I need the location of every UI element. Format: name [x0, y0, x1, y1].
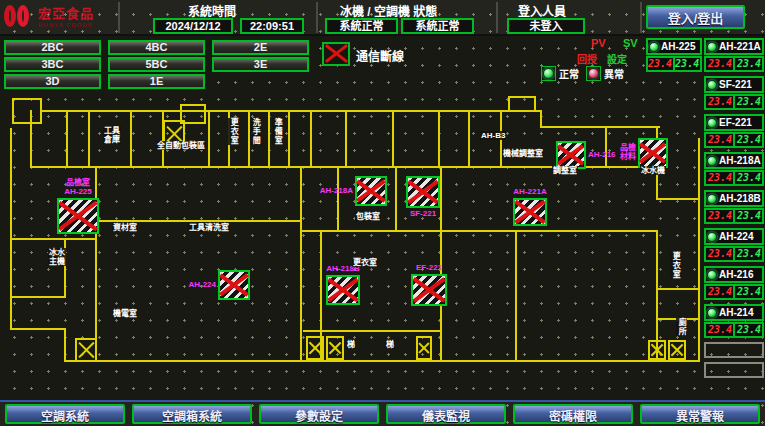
equipment-ah-224[interactable]: AH-224 — [704, 228, 764, 245]
normal-legend: 正常 — [541, 66, 579, 81]
plan-unit-ah-218a[interactable] — [355, 176, 387, 206]
room-label: 梯 — [385, 340, 395, 349]
equipment-name: AH-225 — [661, 41, 695, 52]
equipment-ah-221a[interactable]: AH-221A — [704, 38, 764, 55]
equipment-values-ah-216: 23.423.4 — [704, 284, 764, 300]
plan-wall — [300, 166, 302, 362]
room-label: 機電室 — [112, 309, 138, 318]
plan-unit-unit-material[interactable] — [638, 138, 668, 168]
sv-header-label: SV — [623, 37, 638, 49]
equipment-ef-221[interactable]: EF-221 — [704, 114, 764, 131]
plan-wall — [468, 112, 470, 166]
header-divider — [640, 2, 642, 33]
room-label: 梯 — [346, 340, 356, 349]
equipment-values-ah-221a: 23.423.4 — [704, 56, 764, 72]
sv-value: 23.4 — [734, 284, 764, 300]
plan-unit-ah-224[interactable] — [218, 270, 250, 300]
floor-button-4bc[interactable]: 4BC — [108, 40, 205, 55]
status-lamp-icon — [707, 232, 717, 242]
sv-value: 23.4 — [674, 56, 702, 72]
comm-loss-label: 通信斷線 — [356, 47, 404, 64]
sv-sub-label: 設定 — [607, 51, 627, 66]
stair-elevator-icon — [75, 338, 97, 362]
equipment-name: SF-221 — [719, 79, 752, 90]
room-label: 資材室 — [112, 223, 138, 232]
room-label: 調整室 — [552, 166, 578, 175]
abnormal-legend: 異常 — [586, 66, 624, 81]
equipment-values-ah-225: 23.423.4 — [646, 56, 702, 72]
status-lamp-icon — [707, 194, 717, 204]
floor-button-3e[interactable]: 3E — [212, 57, 309, 72]
equipment-sf-221[interactable]: SF-221 — [704, 76, 764, 93]
nav-button-1[interactable]: 空調系統 — [5, 404, 125, 424]
equipment-ah-218a[interactable]: AH-218A — [704, 152, 764, 169]
pv-value: 23.4 — [704, 132, 734, 148]
floor-button-2bc[interactable]: 2BC — [4, 40, 101, 55]
stair-elevator-icon — [306, 336, 324, 360]
nav-button-2[interactable]: 空調箱系統 — [132, 404, 252, 424]
pv-value: 23.4 — [704, 284, 734, 300]
equipment-ah-214[interactable]: AH-214 — [704, 304, 764, 321]
nav-button-4[interactable]: 儀表監視 — [386, 404, 506, 424]
stair-elevator-icon — [648, 340, 666, 360]
login-logout-button[interactable]: 登入/登出 — [646, 5, 745, 29]
brand-logo: 宏亞食品 HUNYA FOODS — [4, 3, 94, 31]
plan-unit-ah-221a[interactable] — [513, 198, 547, 226]
hmi-screen: 品檢室 AH-225AH-224AH-218ASF-221AH-218BEF-2… — [0, 0, 765, 426]
plan-unit-label: 品檢 材料 — [594, 143, 636, 161]
stair-elevator-icon — [668, 340, 686, 360]
floor-button-3d[interactable]: 3D — [4, 74, 101, 89]
plan-unit-label: SF-221 — [396, 209, 450, 218]
room-label: 全自動包裝區 — [156, 141, 206, 150]
equipment-values-ah-224: 23.423.4 — [704, 246, 764, 262]
sv-value: 23.4 — [734, 132, 764, 148]
comm-loss-icon — [322, 42, 350, 66]
plan-unit-label: 品檢室 AH-225 — [47, 178, 109, 196]
plan-unit-ah-225[interactable] — [57, 198, 99, 234]
equipment-ah-218b[interactable]: AH-218B — [704, 190, 764, 207]
room-label: AH-B3 — [480, 131, 506, 140]
equipment-ah-216[interactable]: AH-216 — [704, 266, 764, 283]
plan-wall — [10, 238, 96, 240]
pv-value: 23.4 — [704, 94, 734, 110]
plan-wall — [10, 296, 66, 298]
plan-wall — [95, 220, 302, 222]
equipment-ah-225[interactable]: AH-225 — [646, 38, 702, 55]
floor-button-1e[interactable]: 1E — [108, 74, 205, 89]
floor-button-3bc[interactable]: 3BC — [4, 57, 101, 72]
plan-unit-label: EF-221 — [401, 263, 457, 272]
plan-wall — [64, 360, 700, 362]
equipment-name: AH-214 — [719, 307, 753, 318]
plan-unit-sf-221[interactable] — [406, 176, 440, 208]
equipment-values-ef-221: 23.423.4 — [704, 132, 764, 148]
room-label: 冰水 主機 — [48, 248, 66, 266]
nav-bar: 空調系統空調箱系統參數設定儀表監視密碼權限異常警報 — [0, 400, 765, 426]
status-lamp-icon — [707, 80, 717, 90]
plan-wall — [88, 112, 90, 166]
sv-value: 23.4 — [734, 322, 764, 338]
nav-button-3[interactable]: 參數設定 — [259, 404, 379, 424]
plan-wall — [64, 328, 66, 362]
plan-unit-ef-221[interactable] — [411, 274, 447, 306]
plan-wall — [10, 328, 66, 330]
plan-wall — [656, 198, 700, 200]
plan-wall — [130, 112, 132, 166]
normal-legend-label: 正常 — [559, 66, 579, 81]
header-divider — [316, 2, 318, 33]
pv-value: 23.4 — [646, 56, 674, 72]
pv-value: 23.4 — [704, 246, 734, 262]
room-label: 工具 倉庫 — [103, 126, 121, 144]
equipment-name: AH-221A — [719, 41, 761, 52]
plan-unit-ah-218b[interactable] — [326, 275, 360, 305]
brand-logo-icon — [4, 3, 34, 31]
normal-lamp-icon — [541, 66, 556, 81]
nav-button-6[interactable]: 異常警報 — [640, 404, 760, 424]
plan-unit-ah-216[interactable] — [556, 141, 586, 169]
equipment-values-ah-218a: 23.423.4 — [704, 170, 764, 186]
abnormal-lamp-icon — [586, 66, 601, 81]
nav-button-5[interactable]: 密碼權限 — [513, 404, 633, 424]
floor-button-2e[interactable]: 2E — [212, 40, 309, 55]
floor-button-5bc[interactable]: 5BC — [108, 57, 205, 72]
status-lamp-icon — [649, 42, 659, 52]
room-label: 更衣室 — [670, 252, 681, 279]
